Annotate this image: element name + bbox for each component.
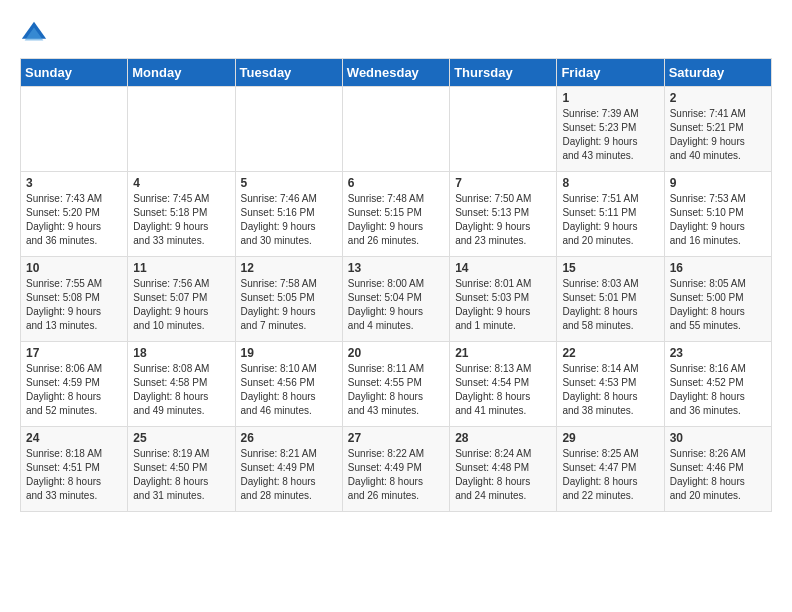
day-number: 25 [133,431,229,445]
day-number: 19 [241,346,337,360]
day-number: 4 [133,176,229,190]
calendar-cell [450,87,557,172]
calendar-week-3: 10Sunrise: 7:55 AM Sunset: 5:08 PM Dayli… [21,257,772,342]
day-number: 18 [133,346,229,360]
day-number: 8 [562,176,658,190]
logo-icon [20,20,48,48]
calendar-cell: 27Sunrise: 8:22 AM Sunset: 4:49 PM Dayli… [342,427,449,512]
day-info: Sunrise: 8:26 AM Sunset: 4:46 PM Dayligh… [670,447,766,503]
day-info: Sunrise: 8:18 AM Sunset: 4:51 PM Dayligh… [26,447,122,503]
day-info: Sunrise: 8:01 AM Sunset: 5:03 PM Dayligh… [455,277,551,333]
day-info: Sunrise: 8:19 AM Sunset: 4:50 PM Dayligh… [133,447,229,503]
day-info: Sunrise: 8:10 AM Sunset: 4:56 PM Dayligh… [241,362,337,418]
calendar-cell: 30Sunrise: 8:26 AM Sunset: 4:46 PM Dayli… [664,427,771,512]
day-info: Sunrise: 8:25 AM Sunset: 4:47 PM Dayligh… [562,447,658,503]
day-number: 7 [455,176,551,190]
calendar-cell: 8Sunrise: 7:51 AM Sunset: 5:11 PM Daylig… [557,172,664,257]
day-number: 20 [348,346,444,360]
day-number: 28 [455,431,551,445]
calendar-cell: 18Sunrise: 8:08 AM Sunset: 4:58 PM Dayli… [128,342,235,427]
calendar-cell: 9Sunrise: 7:53 AM Sunset: 5:10 PM Daylig… [664,172,771,257]
header-friday: Friday [557,59,664,87]
calendar-cell: 10Sunrise: 7:55 AM Sunset: 5:08 PM Dayli… [21,257,128,342]
day-number: 5 [241,176,337,190]
day-number: 9 [670,176,766,190]
day-info: Sunrise: 7:45 AM Sunset: 5:18 PM Dayligh… [133,192,229,248]
calendar-cell: 5Sunrise: 7:46 AM Sunset: 5:16 PM Daylig… [235,172,342,257]
header-saturday: Saturday [664,59,771,87]
calendar-cell [235,87,342,172]
day-number: 21 [455,346,551,360]
day-number: 11 [133,261,229,275]
calendar-cell: 2Sunrise: 7:41 AM Sunset: 5:21 PM Daylig… [664,87,771,172]
calendar-cell: 3Sunrise: 7:43 AM Sunset: 5:20 PM Daylig… [21,172,128,257]
calendar-cell: 17Sunrise: 8:06 AM Sunset: 4:59 PM Dayli… [21,342,128,427]
calendar-table: SundayMondayTuesdayWednesdayThursdayFrid… [20,58,772,512]
calendar-cell: 12Sunrise: 7:58 AM Sunset: 5:05 PM Dayli… [235,257,342,342]
day-info: Sunrise: 8:24 AM Sunset: 4:48 PM Dayligh… [455,447,551,503]
header-sunday: Sunday [21,59,128,87]
day-number: 1 [562,91,658,105]
header-thursday: Thursday [450,59,557,87]
day-number: 10 [26,261,122,275]
day-info: Sunrise: 8:06 AM Sunset: 4:59 PM Dayligh… [26,362,122,418]
day-info: Sunrise: 8:08 AM Sunset: 4:58 PM Dayligh… [133,362,229,418]
day-info: Sunrise: 8:13 AM Sunset: 4:54 PM Dayligh… [455,362,551,418]
day-number: 16 [670,261,766,275]
day-number: 14 [455,261,551,275]
day-info: Sunrise: 7:53 AM Sunset: 5:10 PM Dayligh… [670,192,766,248]
day-number: 6 [348,176,444,190]
day-info: Sunrise: 7:55 AM Sunset: 5:08 PM Dayligh… [26,277,122,333]
day-info: Sunrise: 8:03 AM Sunset: 5:01 PM Dayligh… [562,277,658,333]
calendar-week-4: 17Sunrise: 8:06 AM Sunset: 4:59 PM Dayli… [21,342,772,427]
day-number: 2 [670,91,766,105]
day-number: 15 [562,261,658,275]
calendar-cell: 15Sunrise: 8:03 AM Sunset: 5:01 PM Dayli… [557,257,664,342]
calendar-cell: 1Sunrise: 7:39 AM Sunset: 5:23 PM Daylig… [557,87,664,172]
day-info: Sunrise: 7:43 AM Sunset: 5:20 PM Dayligh… [26,192,122,248]
calendar-cell: 26Sunrise: 8:21 AM Sunset: 4:49 PM Dayli… [235,427,342,512]
calendar-cell: 19Sunrise: 8:10 AM Sunset: 4:56 PM Dayli… [235,342,342,427]
day-number: 29 [562,431,658,445]
day-info: Sunrise: 7:50 AM Sunset: 5:13 PM Dayligh… [455,192,551,248]
day-number: 27 [348,431,444,445]
calendar-week-1: 1Sunrise: 7:39 AM Sunset: 5:23 PM Daylig… [21,87,772,172]
calendar-cell: 21Sunrise: 8:13 AM Sunset: 4:54 PM Dayli… [450,342,557,427]
day-info: Sunrise: 8:00 AM Sunset: 5:04 PM Dayligh… [348,277,444,333]
day-info: Sunrise: 8:22 AM Sunset: 4:49 PM Dayligh… [348,447,444,503]
calendar-cell: 6Sunrise: 7:48 AM Sunset: 5:15 PM Daylig… [342,172,449,257]
day-info: Sunrise: 7:56 AM Sunset: 5:07 PM Dayligh… [133,277,229,333]
day-number: 3 [26,176,122,190]
day-info: Sunrise: 7:46 AM Sunset: 5:16 PM Dayligh… [241,192,337,248]
calendar-cell: 25Sunrise: 8:19 AM Sunset: 4:50 PM Dayli… [128,427,235,512]
day-number: 30 [670,431,766,445]
calendar-cell: 14Sunrise: 8:01 AM Sunset: 5:03 PM Dayli… [450,257,557,342]
day-number: 22 [562,346,658,360]
day-number: 23 [670,346,766,360]
calendar-cell: 16Sunrise: 8:05 AM Sunset: 5:00 PM Dayli… [664,257,771,342]
calendar-cell: 23Sunrise: 8:16 AM Sunset: 4:52 PM Dayli… [664,342,771,427]
page-header [20,20,772,48]
calendar-cell: 24Sunrise: 8:18 AM Sunset: 4:51 PM Dayli… [21,427,128,512]
calendar-cell: 7Sunrise: 7:50 AM Sunset: 5:13 PM Daylig… [450,172,557,257]
day-info: Sunrise: 8:16 AM Sunset: 4:52 PM Dayligh… [670,362,766,418]
logo [20,20,52,48]
header-wednesday: Wednesday [342,59,449,87]
calendar-cell: 11Sunrise: 7:56 AM Sunset: 5:07 PM Dayli… [128,257,235,342]
day-info: Sunrise: 8:11 AM Sunset: 4:55 PM Dayligh… [348,362,444,418]
day-info: Sunrise: 8:14 AM Sunset: 4:53 PM Dayligh… [562,362,658,418]
header-monday: Monday [128,59,235,87]
day-info: Sunrise: 7:48 AM Sunset: 5:15 PM Dayligh… [348,192,444,248]
day-number: 12 [241,261,337,275]
calendar-week-2: 3Sunrise: 7:43 AM Sunset: 5:20 PM Daylig… [21,172,772,257]
day-number: 26 [241,431,337,445]
calendar-header: SundayMondayTuesdayWednesdayThursdayFrid… [21,59,772,87]
calendar-week-5: 24Sunrise: 8:18 AM Sunset: 4:51 PM Dayli… [21,427,772,512]
day-number: 17 [26,346,122,360]
calendar-cell: 22Sunrise: 8:14 AM Sunset: 4:53 PM Dayli… [557,342,664,427]
day-number: 13 [348,261,444,275]
day-info: Sunrise: 7:51 AM Sunset: 5:11 PM Dayligh… [562,192,658,248]
day-info: Sunrise: 7:39 AM Sunset: 5:23 PM Dayligh… [562,107,658,163]
day-info: Sunrise: 8:21 AM Sunset: 4:49 PM Dayligh… [241,447,337,503]
calendar-cell: 29Sunrise: 8:25 AM Sunset: 4:47 PM Dayli… [557,427,664,512]
